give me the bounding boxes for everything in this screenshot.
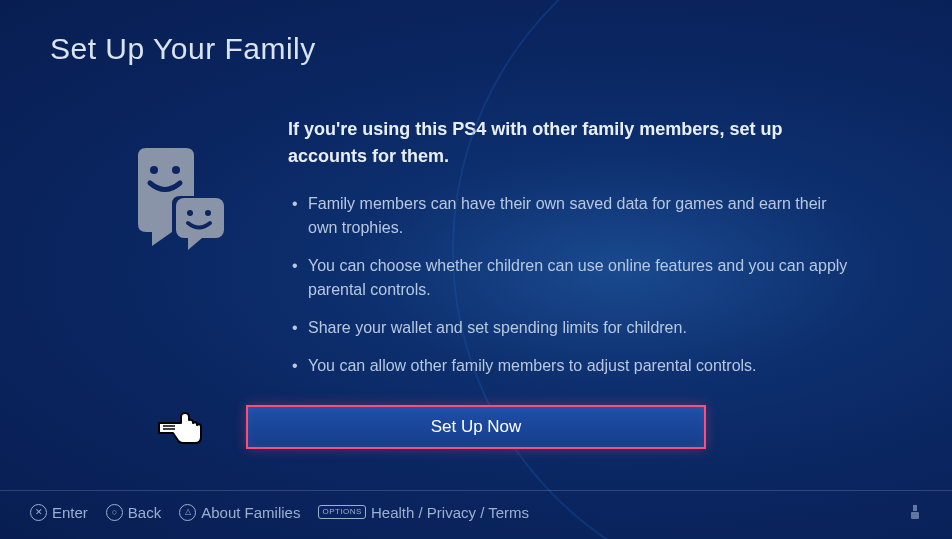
content-area: If you're using this PS4 with other fami… <box>0 66 952 392</box>
circle-button-icon: ○ <box>106 504 123 521</box>
svg-rect-0 <box>176 198 224 238</box>
primary-button-label: Set Up Now <box>431 417 522 437</box>
header: Set Up Your Family <box>0 0 952 66</box>
footer-legal-label: Health / Privacy / Terms <box>371 504 529 521</box>
svg-point-3 <box>187 210 193 216</box>
bullet-item: You can choose whether children can use … <box>288 254 852 302</box>
text-column: If you're using this PS4 with other fami… <box>288 116 892 392</box>
connection-status-icon <box>908 503 922 521</box>
cross-button-icon: ✕ <box>30 504 47 521</box>
footer-about: △ About Families <box>179 504 300 521</box>
bullet-item: Family members can have their own saved … <box>288 192 852 240</box>
footer-enter-label: Enter <box>52 504 88 521</box>
svg-rect-7 <box>913 505 917 511</box>
footer-enter: ✕ Enter <box>30 504 88 521</box>
intro-text: If you're using this PS4 with other fami… <box>288 116 852 170</box>
icon-column <box>120 116 240 392</box>
footer-legal: OPTIONS Health / Privacy / Terms <box>318 504 529 521</box>
bullet-item: Share your wallet and set spending limit… <box>288 316 852 340</box>
footer-about-label: About Families <box>201 504 300 521</box>
triangle-button-icon: △ <box>179 504 196 521</box>
svg-point-4 <box>205 210 211 216</box>
footer-bar: ✕ Enter ○ Back △ About Families OPTIONS … <box>0 490 952 521</box>
footer-back: ○ Back <box>106 504 161 521</box>
footer-back-label: Back <box>128 504 161 521</box>
page-title: Set Up Your Family <box>50 32 952 66</box>
bullet-item: You can allow other family members to ad… <box>288 354 852 378</box>
svg-point-1 <box>150 166 158 174</box>
options-button-icon: OPTIONS <box>318 505 366 518</box>
set-up-now-button[interactable]: Set Up Now <box>246 405 706 449</box>
action-row: Set Up Now <box>0 405 952 449</box>
pointer-hand-icon <box>155 407 211 447</box>
bullet-list: Family members can have their own saved … <box>288 192 852 378</box>
family-icon <box>120 136 240 256</box>
svg-rect-8 <box>911 512 919 519</box>
svg-point-2 <box>172 166 180 174</box>
